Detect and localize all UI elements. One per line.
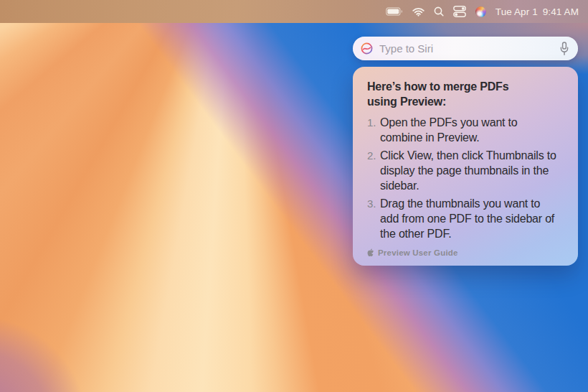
step-item: 1. Open the PDFs you want to combine in … xyxy=(367,115,566,145)
text-line: add from one PDF to the sidebar of xyxy=(380,211,554,226)
menu-bar: Tue Apr 1 9:41 AM xyxy=(0,0,588,23)
microphone-icon[interactable] xyxy=(559,42,569,56)
siri-input-field[interactable] xyxy=(353,37,578,60)
response-heading: Here’s how to merge PDFs using Preview: xyxy=(367,79,566,109)
text-line: combine in Preview. xyxy=(380,130,518,145)
step-number: 2. xyxy=(367,148,380,193)
menu-bar-clock[interactable]: Tue Apr 1 9:41 AM xyxy=(495,6,579,17)
step-text: Open the PDFs you want to combine in Pre… xyxy=(380,115,518,145)
siri-menu-icon[interactable] xyxy=(475,6,486,17)
steps-list: 1. Open the PDFs you want to combine in … xyxy=(367,115,566,241)
text-line: display the page thumbnails in the xyxy=(380,163,556,178)
control-center-icon[interactable] xyxy=(453,6,466,17)
text-line: Drag the thumbnails you want to xyxy=(380,196,554,211)
source-link-preview-user-guide[interactable]: Preview User Guide xyxy=(367,248,566,257)
battery-icon[interactable] xyxy=(386,7,403,16)
time-label: 9:41 AM xyxy=(543,6,579,17)
step-item: 3. Drag the thumbnails you want to add f… xyxy=(367,196,566,241)
heading-line: using Preview: xyxy=(367,94,566,109)
siri-response-card: Here’s how to merge PDFs using Preview: … xyxy=(353,67,578,266)
desktop: Tue Apr 1 9:41 AM xyxy=(0,0,588,392)
step-number: 1. xyxy=(367,115,380,145)
spotlight-search-icon[interactable] xyxy=(434,6,444,17)
apple-logo-icon xyxy=(367,248,374,257)
siri-text-input[interactable] xyxy=(379,42,553,55)
step-text: Click View, then click Thumbnails to dis… xyxy=(380,148,556,193)
step-item: 2. Click View, then click Thumbnails to … xyxy=(367,148,566,193)
step-number: 3. xyxy=(367,196,380,241)
text-line: sidebar. xyxy=(380,178,556,193)
siri-glyph-icon xyxy=(361,42,373,55)
text-line: Open the PDFs you want to xyxy=(380,115,518,130)
text-line: Click View, then click Thumbnails to xyxy=(380,148,556,163)
text-line: the other PDF. xyxy=(380,226,554,241)
wifi-icon[interactable] xyxy=(412,7,425,17)
source-label: Preview User Guide xyxy=(378,248,458,257)
siri-panel: Here’s how to merge PDFs using Preview: … xyxy=(353,37,578,266)
step-text: Drag the thumbnails you want to add from… xyxy=(380,196,554,241)
date-label: Tue Apr 1 xyxy=(495,6,538,17)
heading-line: Here’s how to merge PDFs xyxy=(367,79,566,94)
